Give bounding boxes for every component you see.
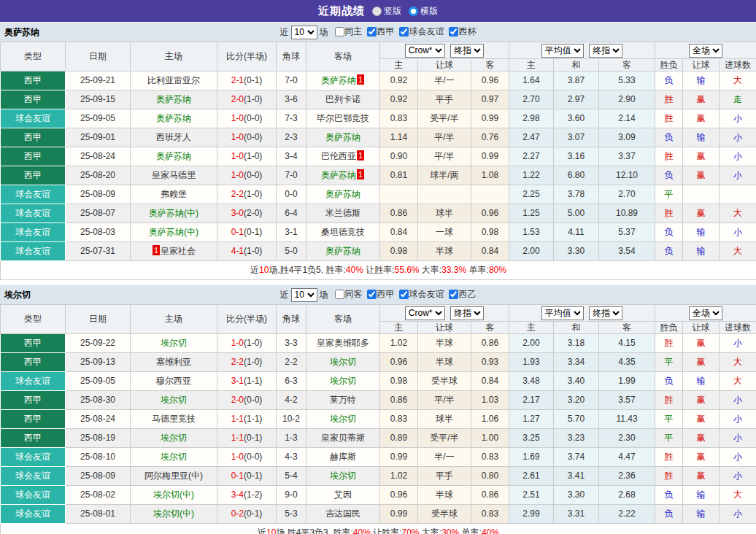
- league-filter[interactable]: 球会友谊: [395, 26, 444, 38]
- match-count-select[interactable]: 10: [291, 288, 317, 302]
- half-score: (0-0): [244, 170, 262, 180]
- league-filter[interactable]: 同主: [331, 26, 363, 38]
- near-label: 近: [280, 289, 289, 301]
- league-filter-checkbox[interactable]: [367, 290, 377, 299]
- goals-result-cell: 大: [720, 486, 756, 505]
- match-date-cell: 25-08-24: [66, 147, 131, 166]
- away-team-cell: 莱万特: [306, 391, 380, 410]
- ah-handicap-cell: 平/半: [418, 128, 471, 147]
- corner-cell: 6-3: [277, 372, 306, 391]
- team-name: 奥萨苏纳: [325, 189, 360, 199]
- full-match-select[interactable]: 全场: [689, 44, 722, 58]
- team-name: 皇家社会: [161, 246, 196, 256]
- games-label: 场: [320, 289, 328, 301]
- handicap-result-cell: 输: [683, 505, 720, 524]
- euro-draw-odds-cell: 6.80: [554, 166, 599, 185]
- team-name: 塞维利亚: [156, 357, 191, 367]
- home-team-cell: 埃尔切: [131, 334, 217, 353]
- euro-time-select[interactable]: 终指: [589, 306, 622, 320]
- league-type-cell: 西甲: [1, 391, 66, 410]
- rank-badge: 1: [357, 74, 364, 85]
- ah-away-odds-cell: 0.93: [471, 353, 509, 372]
- full-match-select[interactable]: 全场: [689, 306, 722, 320]
- league-filter[interactable]: 球会友谊: [395, 288, 444, 301]
- result-cell: 负: [655, 223, 683, 242]
- euro-away-odds-cell: 3.57: [599, 391, 655, 410]
- full-score: 2-2: [231, 189, 244, 199]
- league-filter[interactable]: 西乙: [444, 288, 477, 301]
- horizontal-radio-label: 横版: [420, 6, 438, 16]
- match-date-cell: 25-08-02: [66, 486, 131, 505]
- home-team-cell: 阿尔梅里亚(中): [131, 467, 217, 486]
- euro-away-odds-cell: 1.99: [599, 372, 655, 391]
- league-filter-checkbox[interactable]: [449, 290, 458, 299]
- summary-segment: 大率:: [420, 265, 442, 275]
- odds-company-select[interactable]: Crow*: [405, 44, 445, 58]
- vertical-radio[interactable]: [372, 7, 382, 16]
- team-name: 阿尔梅里亚(中): [144, 471, 203, 481]
- goals-result-cell: 小: [720, 391, 756, 410]
- ah-home-odds-cell: 0.99: [380, 505, 418, 524]
- summary-segment: 大率:: [420, 527, 442, 534]
- euro-home-odds-cell: 2.51: [509, 486, 554, 505]
- euro-draw-odds-cell: 2.97: [554, 90, 599, 109]
- euro-away-odds-cell: 12.10: [599, 166, 655, 185]
- full-score: 0-2: [231, 508, 244, 519]
- team-name: 埃尔切: [330, 357, 356, 367]
- ah-away-odds-cell: 1.03: [471, 391, 509, 410]
- euro-away-odds-cell: 2.68: [599, 486, 655, 505]
- layout-vertical-option[interactable]: 竖版: [372, 5, 401, 18]
- ah-away-odds-cell: 1.00: [471, 429, 509, 448]
- horizontal-radio[interactable]: [409, 7, 418, 16]
- league-filter[interactable]: 西甲: [363, 26, 395, 38]
- euro-home-odds-cell: 2.17: [509, 391, 554, 410]
- match-date-cell: 25-09-05: [66, 372, 131, 391]
- league-filter[interactable]: 西杯: [444, 26, 477, 38]
- euro-time-select[interactable]: 终指: [589, 44, 622, 58]
- league-type-cell: 球会友谊: [1, 223, 66, 242]
- full-score: 1-0: [231, 452, 244, 462]
- euro-home-odds-cell: 1.53: [509, 223, 554, 242]
- odds-company-select[interactable]: Crow*: [405, 306, 445, 320]
- odds-time-select[interactable]: 终指: [450, 306, 484, 320]
- league-filter-checkbox[interactable]: [399, 290, 409, 299]
- match-row: 西甲25-09-01西班牙人1-0(0-0)2-3奥萨苏纳1.14平/半0.76…: [1, 128, 756, 147]
- euro-away-odds-cell: 5.33: [599, 71, 655, 90]
- handicap-result-cell: 赢: [683, 410, 720, 429]
- full-score: 1-0: [231, 338, 244, 348]
- layout-horizontal-option[interactable]: 横版: [409, 5, 438, 18]
- euro-draw-odds-cell: 3.30: [554, 242, 599, 261]
- match-row: 球会友谊25-08-01埃尔切(中)0-2(0-1)5-3吉达国民0.99受半球…: [1, 505, 756, 524]
- ah-handicap-cell: 一球: [418, 223, 471, 242]
- league-filter[interactable]: 同客: [331, 288, 363, 301]
- summary-segment: 33.3%: [441, 265, 466, 275]
- away-team-cell: 吉达国民: [306, 505, 380, 524]
- euro-home-odds-cell: 2.47: [509, 128, 554, 147]
- league-filter-checkbox[interactable]: [335, 290, 344, 299]
- score-cell: 1-1(1-1): [217, 410, 277, 429]
- odds-time-select[interactable]: 终指: [450, 44, 484, 58]
- league-filter-checkbox[interactable]: [335, 27, 344, 36]
- league-filter-checkbox[interactable]: [449, 27, 458, 36]
- league-type-cell: 西甲: [1, 71, 66, 90]
- away-team-cell: 艾因: [306, 486, 380, 505]
- goals-result-cell: 小: [720, 223, 756, 242]
- section-control-bar: 埃尔切 近 10 场 同客西甲球会友谊西乙: [0, 285, 756, 304]
- euro-home-odds-cell: 3.25: [509, 429, 554, 448]
- summary-segment: 30%: [441, 527, 459, 534]
- league-filter-checkbox[interactable]: [367, 27, 377, 36]
- euro-average-select[interactable]: 平均值: [541, 306, 584, 320]
- match-date-cell: 25-08-30: [66, 391, 131, 410]
- match-date-cell: 25-08-24: [66, 410, 131, 429]
- team-name: 艾因: [334, 490, 352, 500]
- euro-average-select[interactable]: 平均值: [541, 44, 584, 58]
- vertical-radio-label: 竖版: [384, 6, 401, 16]
- league-type-cell: 西甲: [1, 147, 66, 166]
- score-cell: 0-1(0-1): [217, 223, 277, 242]
- corner-cell: 5-3: [277, 505, 306, 524]
- league-filter-checkbox[interactable]: [399, 27, 409, 36]
- league-type-cell: 球会友谊: [1, 185, 66, 204]
- league-filter[interactable]: 西甲: [363, 288, 395, 301]
- ah-handicap-cell: 半球: [418, 353, 471, 372]
- match-count-select[interactable]: 10: [291, 26, 317, 39]
